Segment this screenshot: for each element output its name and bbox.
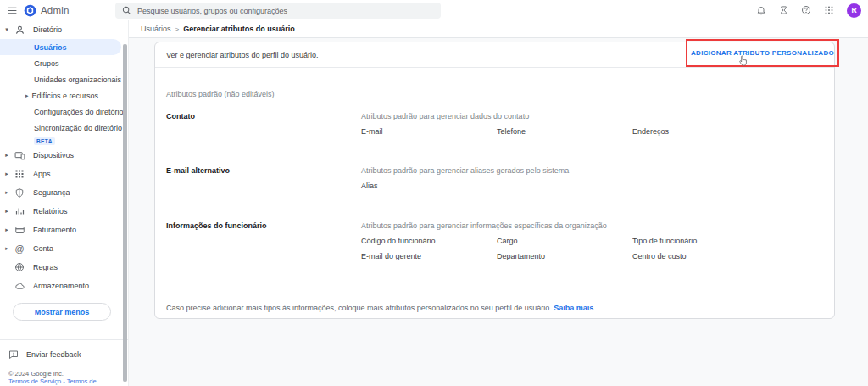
sidebar-item-security[interactable]: ▸ Segurança bbox=[0, 183, 128, 202]
attribute-name: Tipo de funcionário bbox=[632, 237, 768, 245]
sidebar-item-label: Diretório bbox=[33, 25, 62, 34]
sidebar-item-apps[interactable]: ▸ Apps bbox=[0, 165, 128, 183]
attributes-card: Ver e gerenciar atributos do perfil do u… bbox=[154, 42, 835, 319]
sidebar-item-label: Relatórios bbox=[33, 207, 68, 215]
sidebar-item-label: Edifícios e recursos bbox=[32, 92, 99, 100]
sidebar-item-account[interactable]: ▸ @ Conta bbox=[0, 239, 128, 258]
breadcrumb-users-link[interactable]: Usuários bbox=[141, 25, 171, 33]
sidebar-item-label: Usuários bbox=[34, 43, 67, 52]
sidebar-item-label: Faturamento bbox=[33, 226, 76, 234]
sidebar-item-label: Grupos bbox=[34, 59, 59, 68]
notifications-bell-icon[interactable] bbox=[756, 5, 766, 15]
sidebar-item-rules[interactable]: Regras bbox=[0, 258, 128, 277]
sidebar-item-devices[interactable]: ▸ Dispositivos bbox=[0, 146, 128, 165]
caret-right-icon: ▸ bbox=[0, 245, 14, 252]
attribute-name: Telefone bbox=[497, 127, 632, 136]
section-title: Atributos padrão (não editáveis) bbox=[166, 90, 834, 98]
sidebar-item-storage[interactable]: Armazenamento bbox=[0, 277, 128, 295]
sidebar-item-label: Segurança bbox=[33, 188, 70, 197]
group-label: Informações do funcionário bbox=[166, 221, 361, 260]
globe-icon bbox=[14, 261, 25, 273]
attribute-name: Centro de custo bbox=[632, 252, 768, 260]
sidebar-item-org-units[interactable]: Unidades organizacionais bbox=[0, 71, 128, 87]
sidebar-item-directory-sync[interactable]: Sincronização do diretório bbox=[0, 120, 128, 136]
search-bar[interactable] bbox=[115, 3, 441, 19]
attribute-name: Endereços bbox=[632, 127, 768, 136]
sidebar-item-label: Armazenamento bbox=[33, 282, 89, 290]
sidebar-item-label: Configurações do diretório bbox=[34, 108, 124, 116]
divider bbox=[0, 339, 128, 340]
caret-down-icon: ▾ bbox=[0, 26, 14, 33]
legal-links[interactable]: Termos de Serviço - Termos de faturament… bbox=[8, 378, 114, 386]
group-description: Atributos padrão para gerenciar aliases … bbox=[361, 166, 768, 175]
credit-card-icon bbox=[14, 224, 25, 236]
group-description: Atributos padrão para gerenciar informaç… bbox=[361, 221, 768, 230]
feedback-label: Enviar feedback bbox=[26, 350, 81, 359]
caret-right-icon: ▸ bbox=[25, 92, 29, 99]
caret-right-icon: ▸ bbox=[0, 189, 14, 196]
sidebar-item-label: Conta bbox=[33, 244, 53, 253]
attribute-name: E-mail bbox=[361, 127, 497, 136]
cloud-icon bbox=[14, 280, 25, 292]
show-less-button[interactable]: Mostrar menos bbox=[13, 303, 111, 321]
app-name: Admin bbox=[41, 5, 70, 15]
devices-icon bbox=[14, 149, 25, 161]
caret-right-icon: ▸ bbox=[0, 227, 14, 233]
sidebar-item-label: Dispositivos bbox=[33, 151, 74, 159]
sidebar-item-label: Regras bbox=[33, 263, 58, 271]
search-input[interactable] bbox=[137, 7, 434, 15]
sidebar-item-directory-settings[interactable]: Configurações do diretório bbox=[0, 103, 128, 120]
sidebar-item-groups[interactable]: Grupos bbox=[0, 55, 128, 71]
help-icon[interactable] bbox=[801, 5, 811, 15]
sidebar-item-label: Apps bbox=[33, 170, 51, 178]
attribute-name: Departamento bbox=[497, 252, 632, 260]
card-footer-note: Caso precise adicionar mais tipos às inf… bbox=[166, 304, 834, 312]
attribute-group-contact: Contato Atributos padrão para gerenciar … bbox=[166, 112, 834, 136]
breadcrumb-separator: > bbox=[175, 25, 180, 33]
sidebar-item-label: Unidades organizacionais bbox=[34, 76, 121, 84]
footer-text: Caso precise adicionar mais tipos às inf… bbox=[166, 304, 552, 312]
caret-right-icon: ▸ bbox=[0, 171, 14, 177]
sidebar-item-label: Sincronização do diretório bbox=[34, 124, 122, 132]
sidebar-item-reports[interactable]: ▸ Relatórios bbox=[0, 202, 128, 221]
hourglass-icon[interactable] bbox=[779, 5, 788, 15]
admin-logo-icon[interactable] bbox=[24, 4, 36, 17]
sidebar-item-directory[interactable]: ▾ Diretório bbox=[0, 20, 128, 39]
breadcrumb: Usuários > Gerenciar atributos do usuári… bbox=[129, 20, 868, 38]
avatar[interactable]: R bbox=[847, 3, 861, 18]
attribute-group-alt-email: E-mail alternativo Atributos padrão para… bbox=[166, 166, 834, 190]
send-feedback-button[interactable]: Enviar feedback bbox=[0, 346, 128, 363]
attribute-name: Alias bbox=[361, 182, 497, 190]
sidebar-scrollbar[interactable] bbox=[123, 44, 127, 382]
annotation-highlight-box: ADICIONAR ATRIBUTO PERSONALIZADO bbox=[686, 39, 839, 67]
beta-badge: BETA bbox=[34, 137, 55, 145]
add-custom-attribute-button[interactable]: ADICIONAR ATRIBUTO PERSONALIZADO bbox=[691, 49, 834, 57]
group-label: E-mail alternativo bbox=[166, 166, 361, 190]
topbar: Admin R bbox=[0, 0, 868, 20]
sidebar-item-billing[interactable]: ▸ Faturamento bbox=[0, 221, 128, 239]
caret-right-icon: ▸ bbox=[0, 152, 14, 159]
copyright-text: © 2024 Google Inc. bbox=[8, 370, 128, 378]
bar-chart-icon bbox=[14, 205, 25, 217]
cursor-hand-icon bbox=[738, 54, 748, 70]
apps-grid-icon[interactable] bbox=[824, 5, 834, 15]
main-content: Usuários > Gerenciar atributos do usuári… bbox=[129, 20, 868, 386]
learn-more-link[interactable]: Saiba mais bbox=[554, 304, 593, 312]
at-icon: @ bbox=[14, 243, 25, 255]
shield-icon bbox=[14, 187, 25, 199]
attribute-group-employee-info: Informações do funcionário Atributos pad… bbox=[166, 221, 834, 260]
attribute-name: Código do funcionário bbox=[361, 237, 497, 245]
attribute-name: Cargo bbox=[497, 237, 632, 245]
group-description: Atributos padrão para gerenciar dados do… bbox=[361, 112, 768, 120]
feedback-icon bbox=[8, 350, 19, 360]
attribute-name: E-mail do gerente bbox=[361, 252, 497, 260]
group-label: Contato bbox=[166, 112, 361, 136]
person-icon bbox=[14, 24, 25, 36]
hamburger-menu-icon[interactable] bbox=[0, 5, 24, 16]
page-title: Gerenciar atributos do usuário bbox=[183, 25, 295, 33]
caret-right-icon: ▸ bbox=[0, 208, 14, 215]
apps-icon bbox=[14, 168, 25, 180]
card-description: Ver e gerenciar atributos do perfil do u… bbox=[166, 51, 319, 59]
sidebar-item-buildings[interactable]: ▸ Edifícios e recursos bbox=[0, 87, 128, 103]
sidebar-item-users[interactable]: Usuários bbox=[0, 39, 121, 55]
